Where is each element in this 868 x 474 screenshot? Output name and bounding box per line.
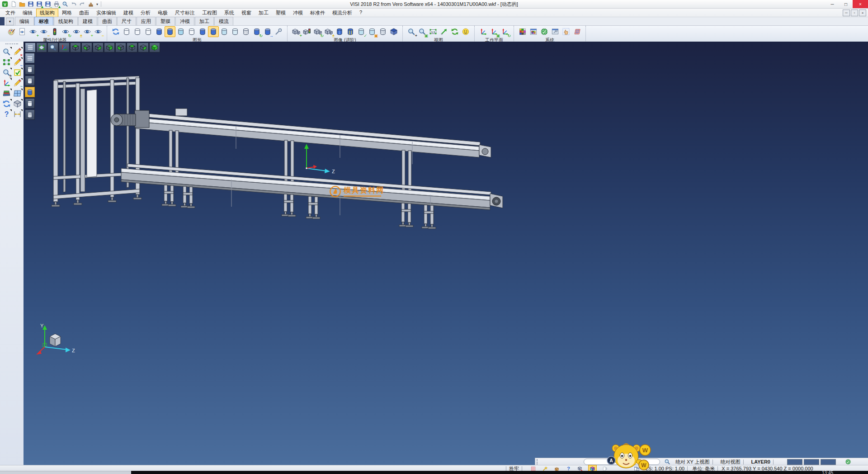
view-menu-icon[interactable]	[25, 43, 36, 52]
hatch-display-icon[interactable]	[241, 26, 251, 37]
shaded-edges-icon[interactable]	[165, 26, 175, 37]
toggle-visibility-icon[interactable]: ±	[71, 26, 82, 37]
workplane-rotate-icon[interactable]: ↻	[500, 26, 510, 37]
display-menu-icon[interactable]	[25, 53, 35, 63]
color-settings-icon[interactable]	[528, 26, 539, 37]
display-wireframe-icon[interactable]	[25, 64, 35, 75]
tab-2[interactable]: 标准	[34, 17, 53, 25]
status-grip[interactable]	[537, 459, 539, 465]
color-swatch-3[interactable]	[821, 459, 836, 465]
zoom-window-icon[interactable]	[36, 43, 47, 52]
undo-icon[interactable]	[70, 0, 78, 8]
3d-viewport[interactable]: Z Y Z 模具资料网	[24, 42, 868, 465]
dynamic-shaded-icon[interactable]	[197, 26, 208, 37]
toggle-images-icon[interactable]: ±	[323, 26, 334, 37]
section-stripes-icon[interactable]	[345, 26, 356, 37]
dropdown-arrow-icon[interactable]	[21, 78, 23, 80]
dynamic-edges-icon[interactable]	[208, 26, 219, 37]
tab-11[interactable]: 模流	[214, 17, 233, 25]
view-axes-icon[interactable]	[59, 43, 70, 52]
view-right-icon[interactable]	[104, 43, 115, 52]
hide-entities-icon[interactable]: −	[38, 26, 49, 37]
quick-access-more-button[interactable]: ▾	[95, 2, 99, 6]
view-iso-wire-icon[interactable]	[138, 43, 149, 52]
search-view-icon[interactable]	[1, 47, 12, 57]
view-iso-icon[interactable]	[149, 43, 160, 52]
view-bottom-icon[interactable]	[127, 43, 137, 52]
redo-icon[interactable]	[78, 0, 86, 8]
zoom-1to1-icon[interactable]	[428, 26, 439, 37]
palette-grip[interactable]	[5, 43, 18, 44]
tab-list-dropdown[interactable]: ▼	[6, 18, 14, 25]
rotate-view-icon[interactable]	[449, 26, 460, 37]
display-shaded-icon[interactable]	[25, 87, 35, 97]
system-settings-icon[interactable]	[539, 26, 550, 37]
tab-1[interactable]: 编辑	[15, 17, 34, 25]
desktop-pet-mascot[interactable]: W W A	[601, 441, 659, 472]
minimize-button[interactable]: ─	[826, 0, 839, 8]
mdi-close-button[interactable]: ×	[859, 9, 866, 16]
menu-item-19[interactable]: ?	[356, 9, 366, 17]
menu-item-18[interactable]: 模流分析	[329, 9, 356, 17]
section-line-icon[interactable]	[334, 26, 345, 37]
images-filter-icon[interactable]	[302, 26, 312, 37]
mdi-restore-button[interactable]: ▫	[851, 9, 858, 16]
shaded-icon[interactable]	[154, 26, 165, 37]
dropdown-arrow-icon[interactable]	[21, 99, 23, 101]
zoom-window-icon[interactable]: ▣	[417, 26, 428, 37]
show-entities-icon[interactable]: +	[28, 26, 38, 37]
filter-traffic-icon[interactable]	[49, 26, 60, 37]
windows-taskbar-sliver[interactable]: 13:45	[131, 471, 868, 474]
color-swatch-2[interactable]	[804, 459, 819, 465]
ghost-display-icon[interactable]	[230, 26, 241, 37]
attributes-palette-icon[interactable]	[6, 26, 17, 37]
help-icon[interactable]	[1, 109, 12, 119]
confirm-checkbox-icon[interactable]	[12, 67, 23, 78]
workplane-axis-icon[interactable]	[1, 78, 12, 88]
mesh-grid-icon[interactable]	[571, 26, 582, 37]
workplane-entity-icon[interactable]: ▣	[489, 26, 500, 37]
view-front-icon[interactable]	[81, 43, 92, 52]
window-settings-icon[interactable]	[550, 26, 561, 37]
solid-gray-cube-icon[interactable]	[12, 99, 23, 109]
maximize-button[interactable]: □	[839, 0, 853, 8]
menu-item-17[interactable]: 标准件	[307, 9, 329, 17]
selection-hand-icon[interactable]	[561, 26, 571, 37]
dropdown-arrow-icon[interactable]	[21, 57, 23, 59]
view-mode-label[interactable]: 绝对 XY 上视图	[675, 459, 710, 465]
menu-item-9[interactable]: 电极	[154, 9, 171, 17]
absolute-view-label[interactable]: 绝对视图	[721, 459, 741, 465]
color-palette-icon[interactable]	[517, 26, 528, 37]
measure-icon[interactable]	[12, 109, 23, 119]
zoom-inout-icon[interactable]: ±	[1, 67, 12, 78]
menu-item-7[interactable]: 建模	[120, 9, 137, 17]
search-icon[interactable]	[664, 459, 670, 465]
refresh-images-icon[interactable]: ↻	[312, 26, 323, 37]
hidden-line-icon[interactable]	[132, 26, 143, 37]
refresh-visibility-icon[interactable]: ↻	[60, 26, 71, 37]
menu-item-12[interactable]: 系统	[221, 9, 238, 17]
tab-6[interactable]: 尺寸	[117, 17, 136, 25]
preview-attributes-icon[interactable]	[17, 26, 28, 37]
display-hatch-icon[interactable]	[25, 109, 35, 120]
menu-item-11[interactable]: 工程图	[198, 9, 221, 17]
pan-view-icon[interactable]	[439, 26, 449, 37]
visi-logo-icon[interactable]	[1, 0, 9, 8]
view-left-icon[interactable]	[93, 43, 104, 52]
tab-5[interactable]: 曲面	[98, 17, 117, 25]
tab-8[interactable]: 塑膜	[156, 17, 175, 25]
tab-7[interactable]: 应用	[137, 17, 156, 25]
hide-all-icon[interactable]: −	[93, 26, 104, 37]
close-button[interactable]: ×	[853, 0, 868, 8]
mdi-minimize-button[interactable]: ─	[843, 9, 850, 16]
globe-icon[interactable]	[845, 459, 851, 465]
menu-item-2[interactable]: 编辑	[19, 9, 36, 17]
dropdown-arrow-icon[interactable]	[21, 89, 23, 90]
menu-item-1[interactable]: 文件	[2, 9, 19, 17]
workplane-origin-icon[interactable]	[478, 26, 489, 37]
zoom-dynamic-icon[interactable]	[47, 43, 58, 52]
hidden-dashed-icon[interactable]	[143, 26, 154, 37]
wire-shaded-icon[interactable]	[186, 26, 197, 37]
spline-icon[interactable]: ~	[12, 57, 23, 67]
display-translucent-icon[interactable]	[25, 98, 35, 109]
